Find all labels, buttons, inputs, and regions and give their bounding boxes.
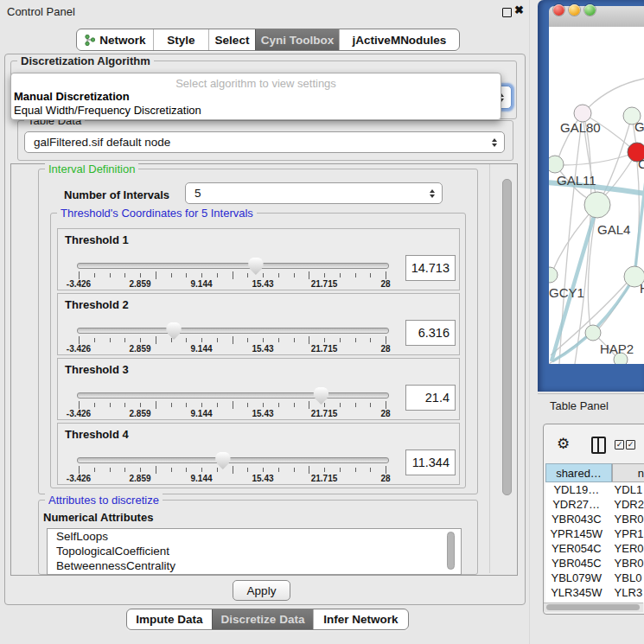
table-row[interactable]: YBL079WYBL0 [545, 571, 644, 585]
column-header-name[interactable]: n [612, 463, 644, 482]
apply-button[interactable]: Apply [233, 580, 290, 601]
cell[interactable]: YLR345W [545, 585, 608, 600]
table-row[interactable]: YBR043CYBR0 [545, 512, 644, 526]
tick-label: 9.144 [190, 409, 212, 418]
node-gcy1[interactable] [549, 267, 558, 283]
tick-label: 15.43 [252, 409, 273, 418]
node-label-h: H [640, 281, 644, 296]
table-row[interactable]: YBR045CYBR0 [545, 556, 644, 571]
node-label-gal80: GAL80 [560, 120, 601, 135]
node-gal80[interactable] [574, 105, 591, 122]
list-item[interactable]: BetweennessCentrality [48, 558, 461, 573]
control-panel-title: Control Panel [7, 5, 75, 18]
threshold-4-ticks [79, 466, 386, 475]
list-item[interactable]: TopologicalCoefficient [48, 544, 461, 558]
split-pane-divider[interactable] [529, 0, 530, 644]
threshold-4-panel: Threshold 4 -3.426 2.859 9.144 15.43 21.… [57, 423, 460, 485]
numerical-attributes-list[interactable]: SelfLoops TopologicalCoefficient Between… [47, 528, 462, 575]
tab-jactivemnodules-label: jActiveMNodules [353, 34, 447, 47]
threshold-1-ticks [79, 271, 386, 280]
table-row[interactable]: YPR145WYPR1 [545, 526, 644, 541]
cell[interactable]: YER0 [608, 541, 644, 556]
tab-discretize-data[interactable]: Discretize Data [212, 609, 313, 629]
cell[interactable]: YDR27… [545, 497, 607, 512]
numerical-attributes-label: Numerical Attributes [43, 511, 153, 524]
gear-icon[interactable]: ⚙ [557, 435, 570, 452]
tick-label: -3.426 [67, 344, 91, 354]
node-label-gal4: GAL4 [597, 222, 630, 237]
node-hap2[interactable] [585, 325, 601, 341]
minimize-traffic-light-icon[interactable] [569, 4, 580, 16]
tick-label: 21.715 [311, 409, 338, 418]
table-panel-divider [538, 393, 644, 394]
cell[interactable]: YBL0 [608, 571, 644, 585]
close-icon[interactable]: ✖ [514, 3, 524, 16]
attributes-list-scrollbar[interactable] [447, 532, 455, 570]
cell[interactable]: YBR045C [545, 556, 608, 571]
popup-option-manual-discretization[interactable]: Manual Discretization [14, 90, 130, 103]
node-label-c: C [638, 156, 644, 171]
tab-style[interactable]: Style [153, 29, 208, 50]
cell[interactable]: YPR1 [608, 526, 644, 541]
float-window-icon[interactable] [502, 8, 512, 17]
cell[interactable]: YBL079W [545, 571, 608, 585]
cell[interactable]: YLR3 [608, 585, 644, 600]
threshold-2-value-field[interactable]: 6.316 [405, 320, 456, 346]
tab-cyni-toolbox-label: Cyni Toolbox [261, 34, 335, 47]
checkbox-icon[interactable]: ✓ [626, 440, 635, 450]
tick-label: 2.859 [129, 474, 150, 483]
cell[interactable]: YBR043C [545, 512, 608, 526]
tick-label: 2.859 [129, 279, 150, 289]
cell[interactable]: YBR0 [608, 556, 644, 571]
table-horizontal-scrollbar-thumb[interactable] [546, 604, 640, 610]
cell[interactable]: YPR145W [545, 526, 608, 541]
threshold-3-value-field[interactable]: 21.4 [405, 385, 456, 411]
control-panel-tabbar: Network Style Select Cyni Toolbox jActiv… [76, 29, 460, 51]
threshold-1-value-field[interactable]: 14.713 [405, 255, 456, 281]
threshold-3-panel: Threshold 3 -3.426 2.859 9.144 15.43 21.… [57, 358, 460, 420]
tab-network-label: Network [99, 34, 145, 47]
table-row[interactable]: YLR345WYLR3 [545, 585, 644, 600]
table-data-select[interactable]: galFiltered.sif default node [24, 131, 505, 153]
number-of-intervals-select[interactable]: 5 [185, 182, 443, 204]
tick-label: 15.43 [252, 474, 273, 483]
table-row[interactable]: YDL19…YDL1 [545, 482, 644, 497]
tick-label: -3.426 [67, 409, 91, 418]
cell[interactable]: YDL1 [608, 482, 644, 497]
network-graph: GAL80 G. GAL11 C GAL4 GCY1 H HAP2 [549, 27, 644, 364]
cell[interactable]: YBR0 [608, 512, 644, 526]
cell[interactable]: YDR2 [607, 497, 644, 512]
network-canvas[interactable]: GAL80 G. GAL11 C GAL4 GCY1 H HAP2 [549, 27, 644, 364]
node-label-gal11: GAL11 [557, 173, 596, 188]
table-horizontal-scrollbar[interactable] [544, 603, 643, 612]
tick-label: 9.144 [190, 474, 212, 483]
tab-network[interactable]: Network [77, 29, 153, 50]
tab-jactivemnodules[interactable]: jActiveMNodules [339, 29, 459, 50]
columns-icon[interactable] [591, 437, 606, 454]
node-gal11[interactable] [549, 156, 564, 173]
tick-label: 21.715 [311, 344, 338, 354]
tab-impute-data-label: Impute Data [136, 613, 202, 626]
tab-cyni-toolbox[interactable]: Cyni Toolbox [255, 29, 339, 50]
list-item[interactable]: SelfLoops [48, 529, 461, 544]
node-gal4[interactable] [584, 192, 610, 218]
tick-label: 21.715 [311, 474, 338, 483]
tab-infer-network[interactable]: Infer Network [313, 609, 408, 629]
close-traffic-light-icon[interactable] [553, 4, 564, 16]
zoom-traffic-light-icon[interactable] [584, 4, 596, 16]
cell[interactable]: YER054C [545, 541, 608, 556]
table-row[interactable]: YDR27…YDR2 [545, 497, 644, 512]
tick-label: 2.859 [129, 409, 150, 418]
popup-option-equal-width-frequency[interactable]: Equal Width/Frequency Discretization [14, 104, 201, 117]
threshold-4-value-field[interactable]: 11.344 [405, 450, 456, 475]
column-header-shared[interactable]: shared… [545, 463, 612, 482]
cell[interactable]: YDL19… [545, 482, 608, 497]
table-row[interactable]: YER054CYER0 [545, 541, 644, 556]
tab-select[interactable]: Select [208, 29, 255, 50]
threshold-3-label: Threshold 3 [65, 363, 129, 376]
tab-impute-data[interactable]: Impute Data [127, 609, 212, 629]
checkbox-icon[interactable]: ✓ [615, 440, 624, 450]
tick-label: 2.859 [129, 344, 150, 354]
table-body[interactable]: YDL19…YDL1 YDR27…YDR2 YBR043CYBR0 YPR145… [545, 482, 644, 603]
vertical-scrollbar[interactable] [502, 179, 512, 495]
